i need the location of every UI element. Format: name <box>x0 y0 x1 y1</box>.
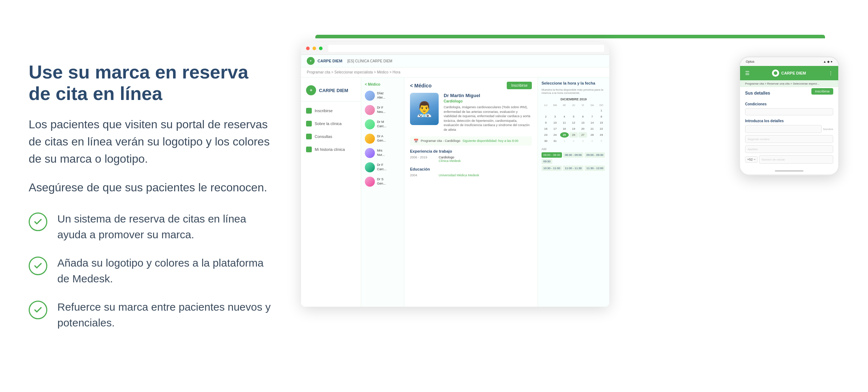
cal-day-12[interactable]: 12 <box>569 120 578 125</box>
edu-year-1: 2004 <box>410 173 435 177</box>
mobile-phone-row: +52 ~ Número de celular <box>745 155 833 164</box>
feature-item-2: Añada su logotipo y colores a la platafo… <box>29 255 272 286</box>
mobile-details-label: Introduzca los detalles <box>745 119 833 123</box>
cal-day-13[interactable]: 13 <box>578 120 587 125</box>
cal-day-30[interactable]: 30 <box>542 138 550 144</box>
cal-day-24[interactable]: 24 <box>551 132 559 138</box>
cal-day-23[interactable]: 23 <box>542 132 550 138</box>
mobile-section-title: Sus detalles <box>745 91 770 96</box>
doctor-item-7[interactable]: Dr SGen... <box>361 175 404 189</box>
cal-day-3[interactable]: 3 <box>551 114 559 119</box>
cal-day-17[interactable]: 17 <box>551 126 559 132</box>
browser-url-bar <box>328 45 604 52</box>
mobile-inscribirse-button[interactable]: Inscribirse <box>811 88 833 95</box>
work-item-1: 2006 - 2019 Cardiologo Clínica Medesk <box>410 156 532 163</box>
time-slots: AM 08:00 - 08:30 08:30 - 09:00 09:00 - 0… <box>542 147 606 171</box>
cal-day-empty-4 <box>569 108 578 113</box>
cal-day-26[interactable]: 26 <box>569 132 578 138</box>
doctor-item-5[interactable]: MrsNur... <box>361 146 404 160</box>
profile-doctor-info: 👨‍⚕️ Dr Martin Miguel Cardiólogo Cardiol… <box>410 93 532 132</box>
doctor-name-1: DíazAler... <box>377 91 385 100</box>
cal-day-21[interactable]: 21 <box>588 126 596 132</box>
cal-day-empty-3 <box>560 108 569 113</box>
cal-day-6[interactable]: 6 <box>578 114 587 119</box>
doctor-list-header[interactable]: < Médico <box>361 80 404 89</box>
cal-day-25-today[interactable]: 25 <box>560 132 569 138</box>
cal-day-14[interactable]: 14 <box>588 120 596 125</box>
doctor-photo-inner: 👨‍⚕️ <box>410 93 439 125</box>
time-slot-7[interactable]: 11:30 - 12:00 <box>585 166 605 171</box>
cal-day-10[interactable]: 10 <box>551 120 559 125</box>
doctor-item-1[interactable]: DíazAler... <box>361 89 404 103</box>
feature-text-2: Añada su logotipo y colores a la platafo… <box>57 255 272 286</box>
mobile-more-icon[interactable]: ⋮ <box>828 70 833 76</box>
cal-day-5[interactable]: 5 <box>569 114 578 119</box>
time-slot-5[interactable]: 10:30 - 11:00 <box>542 166 562 171</box>
check-icon-1 <box>29 212 47 231</box>
cal-day-28[interactable]: 28 <box>588 132 596 138</box>
time-slot-2[interactable]: 08:30 - 09:00 <box>563 152 583 158</box>
mobile-signal-icons: ▲ ◆ ● <box>823 60 833 63</box>
sidebar-item-consultas[interactable]: Consultas <box>301 130 361 143</box>
app-breadcrumb-bar: Programar cita > Seleccionar especialist… <box>301 67 609 77</box>
doctor-item-6[interactable]: Dr FCarc... <box>361 160 404 175</box>
cal-day-27[interactable]: 27 <box>578 132 587 138</box>
cal-day-9[interactable]: 9 <box>542 120 550 125</box>
sidebar-item-inscribirse[interactable]: Inscribirse <box>301 104 361 117</box>
time-row-1: 08:00 - 08:30 08:30 - 09:00 09:00 - 09:3… <box>542 152 606 164</box>
cal-day-next-5: 5 <box>597 138 606 144</box>
cal-day-2[interactable]: 2 <box>542 114 550 119</box>
mobile-conditions-input[interactable] <box>745 108 833 115</box>
schedule-calendar-icon: 📅 <box>414 139 419 143</box>
cal-day-16[interactable]: 16 <box>542 126 550 132</box>
time-slot-1[interactable]: 08:00 - 08:30 <box>542 152 562 158</box>
doctor-item-3[interactable]: Dr MCarc... <box>361 117 404 132</box>
cal-day-8[interactable]: 8 <box>597 114 606 119</box>
cal-day-31[interactable]: 31 <box>551 138 559 144</box>
cal-day-11[interactable]: 11 <box>560 120 569 125</box>
mobile-country-code[interactable]: +52 ~ <box>745 156 758 163</box>
green-bar-decoration <box>315 35 825 38</box>
cal-header-ma: MA <box>551 103 559 107</box>
doctor-item-2[interactable]: Dr FNeu... <box>361 103 404 117</box>
time-slot-4[interactable]: 09:30 <box>542 159 552 164</box>
cal-day-empty-5 <box>578 108 587 113</box>
cal-day-29[interactable]: 29 <box>597 132 606 138</box>
clinic-full-name: [ES] CLÍNICA CARPE DIEM <box>347 59 392 63</box>
time-slot-3[interactable]: 09:00 - 09:30 <box>585 152 605 158</box>
browser-dot-yellow <box>313 47 316 50</box>
mobile-logo-text: CARPE DIEM <box>781 71 806 75</box>
mobile-segundo-nombre-placeholder: Segundo nombre <box>748 138 769 141</box>
cal-day-next-3: 3 <box>578 138 587 144</box>
schedule-label: Programar cita - Cardiólogo <box>421 139 461 143</box>
cal-day-15[interactable]: 15 <box>597 120 606 125</box>
schedule-available: Siguiente disponibilidad: hoy a las 8:00 <box>463 139 519 143</box>
cal-day-7[interactable]: 7 <box>588 114 596 119</box>
cal-day-18[interactable]: 18 <box>560 126 569 132</box>
check-icon-3 <box>29 301 47 319</box>
main-title: Use su marca en reserva de cita en línea <box>29 62 272 105</box>
inscribirse-button[interactable]: Inscribirse <box>507 82 532 89</box>
mobile-menu-icon[interactable]: ☰ <box>745 70 750 76</box>
cal-day-20[interactable]: 20 <box>578 126 587 132</box>
description-2: Asegúrese de que sus pacientes le recono… <box>29 179 272 196</box>
doctor-item-4[interactable]: Dr AGen... <box>361 132 404 146</box>
cal-day-1[interactable]: 1 <box>597 108 606 113</box>
sidebar-item-historia[interactable]: Mi historia clínica <box>301 143 361 156</box>
mobile-phone-input[interactable]: Número de celular <box>759 155 833 164</box>
calendar-grid: LU MA MI JU VI SA DO 1 <box>542 103 606 144</box>
time-slot-6[interactable]: 11:00 - 11:30 <box>563 166 583 171</box>
mobile-logo-area: CARPE DIEM <box>772 70 806 77</box>
profile-photo: 👨‍⚕️ <box>410 93 439 125</box>
cal-day-22[interactable]: 22 <box>597 126 606 132</box>
clinic-name: CARPE DIEM <box>318 59 342 63</box>
mobile-conditions-label: Condiciones <box>745 102 833 106</box>
cal-day-4[interactable]: 4 <box>560 114 569 119</box>
sidebar-brand: + CARPE DIEM <box>301 82 361 101</box>
sidebar-item-sobre[interactable]: Sobre la clínica <box>301 117 361 130</box>
check-icon-2 <box>29 257 47 275</box>
cal-day-19[interactable]: 19 <box>569 126 578 132</box>
mobile-carrier: Optus <box>746 60 754 63</box>
cal-header-vi: VI <box>578 103 587 107</box>
mobile-nombre-input[interactable] <box>745 125 822 133</box>
